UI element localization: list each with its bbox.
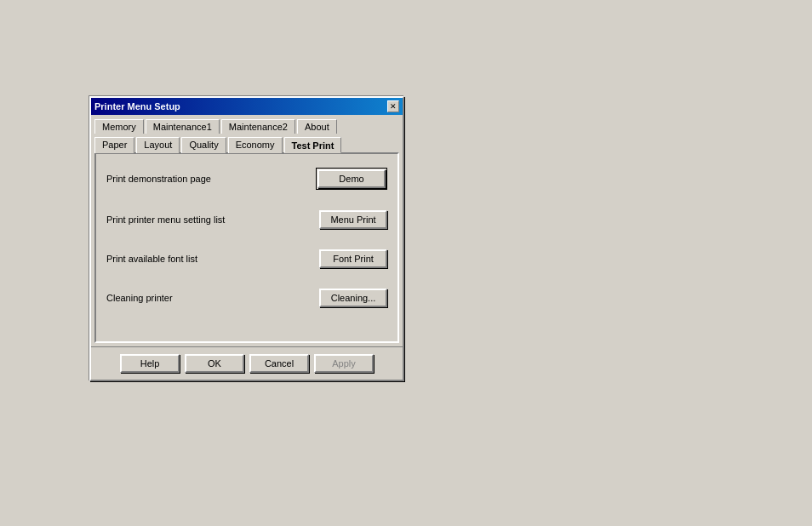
menu-print-label: Print printer menu setting list	[106, 214, 319, 225]
content-row-font-print: Print available font list Font Print	[106, 249, 387, 268]
demo-button-wrapper: Demo	[316, 168, 387, 190]
tab-test-print[interactable]: Test Print	[284, 137, 342, 153]
tab-content: Print demonstration page Demo Print prin…	[94, 152, 399, 343]
title-bar: Printer Menu Setup ✕	[91, 98, 403, 115]
tab-paper[interactable]: Paper	[94, 137, 134, 153]
tab-about[interactable]: About	[297, 119, 337, 134]
tabs-row2: Paper Layout Quality Economy Test Print	[91, 133, 403, 152]
demo-label: Print demonstration page	[106, 174, 316, 184]
tab-memory[interactable]: Memory	[94, 119, 144, 134]
content-row-cleaning: Cleaning printer Cleaning...	[106, 289, 387, 307]
help-button[interactable]: Help	[120, 354, 180, 373]
close-button[interactable]: ✕	[387, 100, 399, 112]
cleaning-label: Cleaning printer	[106, 293, 319, 303]
window-title: Printer Menu Setup	[94, 101, 180, 111]
menu-print-button[interactable]: Menu Print	[319, 210, 387, 229]
apply-button[interactable]: Apply	[314, 354, 374, 373]
tabs-row1: Memory Maintenance1 Maintenance2 About	[91, 115, 403, 133]
font-print-label: Print available font list	[106, 254, 319, 264]
cancel-button[interactable]: Cancel	[249, 354, 309, 373]
tab-layout[interactable]: Layout	[136, 137, 180, 153]
content-row-menu-print: Print printer menu setting list Menu Pri…	[106, 210, 387, 229]
tab-maintenance1[interactable]: Maintenance1	[146, 119, 220, 134]
tab-quality[interactable]: Quality	[181, 137, 226, 153]
ok-button[interactable]: OK	[185, 354, 244, 373]
content-row-demo: Print demonstration page Demo	[106, 168, 387, 190]
printer-menu-setup-window: Printer Menu Setup ✕ Memory Maintenance1…	[89, 96, 404, 381]
footer: Help OK Cancel Apply	[91, 346, 403, 380]
demo-button[interactable]: Demo	[317, 169, 386, 188]
cleaning-button[interactable]: Cleaning...	[319, 289, 387, 307]
tab-maintenance2[interactable]: Maintenance2	[221, 119, 295, 134]
font-print-button[interactable]: Font Print	[319, 249, 387, 268]
tab-economy[interactable]: Economy	[228, 137, 283, 153]
